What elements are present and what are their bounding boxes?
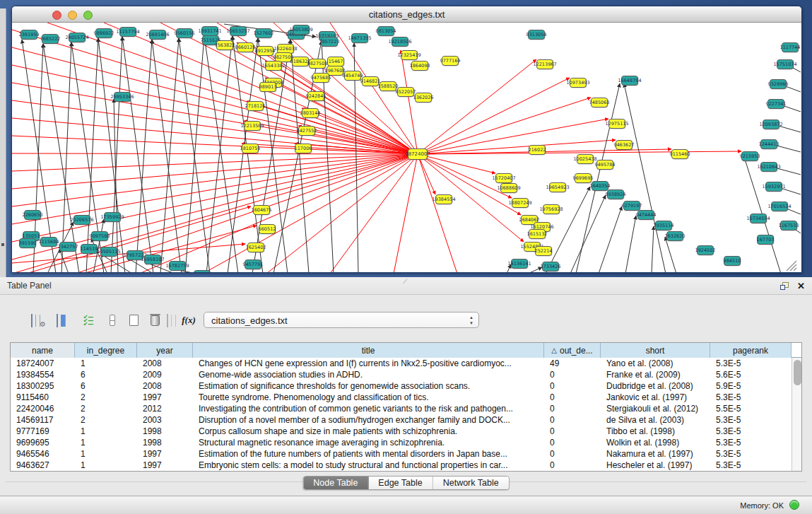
graph-node[interactable]: 7857223	[321, 37, 338, 47]
table-cell[interactable]: 14569117	[11, 414, 75, 426]
graph-node[interactable]: 10653257	[230, 26, 247, 36]
graph-node[interactable]: 18931741	[201, 26, 218, 36]
graph-node[interactable]: 10025438	[577, 154, 594, 164]
table-cell[interactable]: 5.3E-5	[710, 392, 792, 403]
graph-node[interactable]: 1864098	[411, 61, 428, 71]
graph-node[interactable]: 9227341	[767, 99, 784, 109]
table-cell[interactable]: 9463627	[11, 460, 75, 471]
graph-node[interactable]: 1167533	[780, 221, 797, 230]
table-row[interactable]: 946554611997Estimation of the future num…	[11, 448, 792, 460]
column-header-pagerank[interactable]: pagerank	[710, 343, 792, 358]
table-cell[interactable]: 9465546	[11, 448, 75, 460]
table-cell[interactable]: 22420046	[11, 403, 75, 414]
graph-node[interactable]: 9474444	[637, 210, 654, 220]
graph-node[interactable]: 12975115	[608, 119, 625, 129]
table-cell[interactable]: 9115460	[11, 392, 75, 403]
graph-node[interactable]: 15467	[327, 57, 344, 66]
graph-node[interactable]: 9215953	[741, 151, 758, 161]
graph-node[interactable]: 17016514	[771, 201, 788, 211]
table-cell[interactable]: Wolkin et al. (1998)	[601, 437, 710, 448]
delete-column-button[interactable]	[146, 311, 164, 329]
graph-node[interactable]: 391590	[19, 238, 36, 248]
table-cell[interactable]: 2012	[137, 403, 193, 414]
table-cell[interactable]: 1	[75, 448, 137, 460]
close-panel-icon[interactable]: ✕	[797, 281, 805, 291]
tab-node-table[interactable]: Node Table	[303, 477, 368, 489]
column-header-title[interactable]: title	[193, 343, 544, 358]
graph-node[interactable]: 10688609	[500, 183, 517, 193]
graph-node[interactable]: 216022	[529, 145, 546, 155]
row-height-button[interactable]	[103, 311, 122, 329]
table-cell[interactable]: 5.9E-5	[710, 380, 792, 392]
graph-node[interactable]: 1810755	[242, 144, 259, 153]
window-resize-grip[interactable]	[784, 259, 799, 271]
table-cell[interactable]: 9777169	[11, 426, 75, 437]
graph-node[interactable]: 1115684	[40, 237, 57, 247]
table-cell[interactable]: Stergiakouli et al. (2012)	[601, 403, 710, 414]
graph-node[interactable]: 9457791	[245, 259, 261, 269]
graph-node[interactable]: 15932971	[765, 182, 782, 192]
table-cell[interactable]: 18300295	[11, 380, 75, 392]
table-cell[interactable]: 0	[544, 460, 601, 471]
graph-node[interactable]: 7625402	[247, 243, 264, 252]
graph-node[interactable]: 7563822	[216, 40, 233, 50]
graph-node[interactable]: 1588520	[379, 81, 396, 91]
table-mode-button[interactable]: ⚙	[28, 311, 47, 329]
graph-node[interactable]: 1604675	[253, 205, 270, 215]
window-titlebar[interactable]: citations_edges.txt	[12, 6, 801, 23]
graph-node[interactable]: 1244413	[760, 139, 777, 149]
table-cell[interactable]: 5.6E-5	[710, 369, 792, 380]
table-row[interactable]: 1938455462009Genome-wide association stu…	[11, 369, 792, 380]
graph-node[interactable]: 10973493	[570, 78, 587, 88]
table-cell[interactable]: 1997	[137, 448, 193, 460]
table-cell[interactable]: 49	[544, 358, 601, 369]
column-header-short[interactable]: short	[601, 343, 710, 358]
graph-node[interactable]: 1362026	[415, 93, 432, 103]
table-cell[interactable]: 1	[75, 460, 137, 471]
graph-node[interactable]: 8454749	[344, 71, 361, 81]
table-cell[interactable]: Estimation of significance thresholds fo…	[193, 380, 544, 392]
graph-node[interactable]: 13505115	[100, 247, 117, 257]
control-panel-collapsed-divider[interactable]	[0, 8, 6, 277]
graph-node[interactable]: 1527602	[255, 28, 272, 38]
table-row[interactable]: 1830029562008Estimation of significance …	[11, 380, 792, 392]
graph-node[interactable]: 1924502	[697, 245, 714, 255]
graph-node[interactable]: 1640354	[592, 181, 608, 191]
table-row[interactable]: 2242004622012Investigating the contribut…	[11, 403, 792, 414]
table-row[interactable]: 1872400712008Changes of HCN gene express…	[11, 358, 792, 369]
graph-node[interactable]: 8938924	[607, 189, 624, 199]
graph-node[interactable]: 989013	[259, 82, 276, 92]
table-row[interactable]: 911546021997Tourette syndrome. Phenomeno…	[11, 392, 792, 403]
graph-node[interactable]: 9886922	[95, 28, 112, 38]
table-cell[interactable]: 2008	[137, 380, 193, 392]
table-cell[interactable]: 0	[544, 437, 601, 448]
scrollbar-thumb[interactable]	[794, 360, 801, 385]
graph-node[interactable]: 1733426	[542, 262, 559, 271]
table-scrollbar[interactable]	[792, 358, 801, 471]
table-cell[interactable]: 1	[75, 437, 137, 448]
table-cell[interactable]: Structural magnetic resonance image aver…	[193, 437, 544, 448]
graph-node[interactable]: 9146821	[362, 76, 379, 86]
table-row[interactable]: 969969511998Structural magnetic resonanc…	[11, 437, 792, 448]
graph-node[interactable]: 167703	[757, 235, 774, 245]
divider-grip[interactable]	[1, 243, 4, 246]
graph-node[interactable]: 24055724	[69, 33, 86, 42]
graph-node[interactable]: 12325419	[401, 50, 418, 60]
graph-node[interactable]: 15720407	[495, 173, 512, 183]
graph-node[interactable]: 8427552	[298, 126, 315, 136]
table-cell[interactable]: 1998	[137, 437, 193, 448]
table-cell[interactable]: Franke et al. (2009)	[601, 369, 710, 380]
column-header-year[interactable]: year	[137, 343, 193, 358]
table-cell[interactable]: Changes of HCN gene expression and I(f) …	[193, 358, 544, 369]
table-cell[interactable]: Corpus callosum shape and size in male p…	[193, 426, 544, 437]
table-cell[interactable]: 5.3E-5	[710, 426, 792, 437]
graph-node[interactable]: 16543382	[265, 61, 282, 71]
table-cell[interactable]: 5.3E-5	[710, 448, 792, 460]
graph-node[interactable]: 12093872	[763, 119, 779, 129]
graph-node[interactable]: 19654923	[549, 182, 566, 192]
graph-node[interactable]: 117006	[295, 144, 312, 153]
graph-node[interactable]: 984510	[724, 256, 741, 266]
function-builder-button[interactable]: f(x)	[180, 311, 198, 329]
graph-node[interactable]: 2391959	[20, 30, 37, 40]
graph-node[interactable]: 29953346	[114, 92, 131, 102]
